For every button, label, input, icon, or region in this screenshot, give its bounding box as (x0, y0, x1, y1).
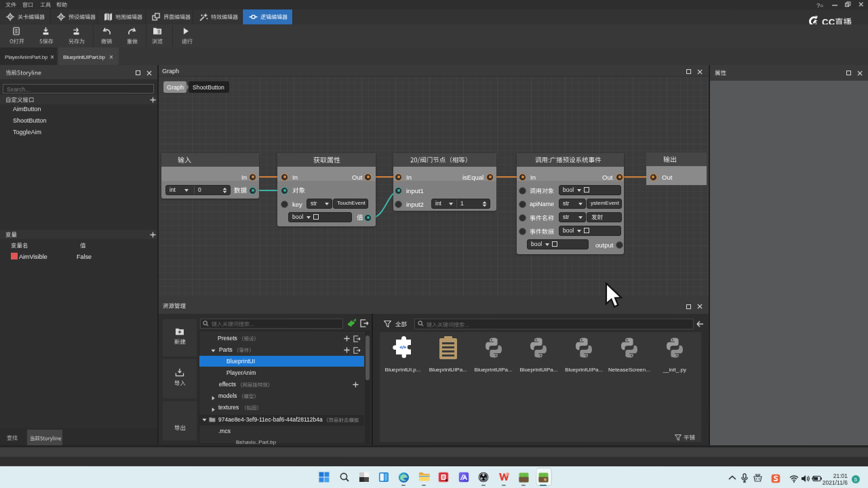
svg-text:?=: ?= (816, 2, 823, 9)
